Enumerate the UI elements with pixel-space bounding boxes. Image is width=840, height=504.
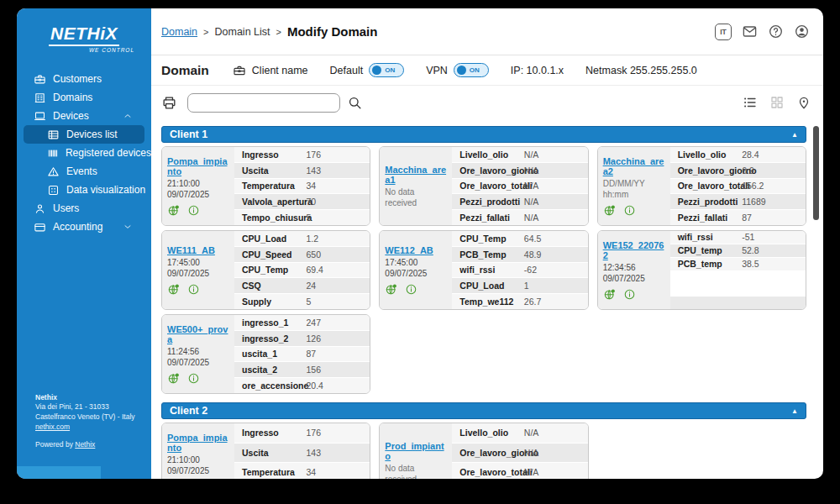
device-name-link[interactable]: WE112_AB <box>385 245 447 255</box>
globe-icon[interactable] <box>167 372 180 385</box>
variable-value: N/A <box>524 428 539 438</box>
building-icon <box>34 92 46 104</box>
footer-powered: Powered by Nethix <box>35 440 135 450</box>
device-name-link[interactable]: WE111_AB <box>167 245 229 255</box>
wallet-icon <box>34 221 46 234</box>
collapse-arrow-icon[interactable]: ▲ <box>791 407 798 415</box>
device-name-link[interactable]: Pompa_impianto <box>167 433 229 453</box>
sidebar-item-devices[interactable]: Devices <box>17 107 151 125</box>
info-icon[interactable] <box>187 204 200 217</box>
logo-brand: NETHiX <box>49 24 119 46</box>
variable-label: Valvola_apertura <box>242 197 312 207</box>
variable-value: 52.8 <box>742 245 759 255</box>
device-card: Prod_impiantoNo data receivedLivello_oli… <box>379 423 588 479</box>
list-view-icon[interactable] <box>743 95 758 110</box>
collapse-arrow-icon[interactable]: ▲ <box>791 131 798 139</box>
section-header-client-2[interactable]: Client 2▲ <box>161 402 806 419</box>
breadcrumb-domain-link[interactable]: Domain <box>161 26 197 38</box>
language-button[interactable]: IT <box>715 24 732 40</box>
variable-label: wifi_rssi <box>678 232 713 242</box>
device-name-link[interactable]: WE500+_prova <box>167 324 229 344</box>
toggle-knob <box>457 66 466 75</box>
globe-icon[interactable] <box>603 288 616 301</box>
sidebar-item-accounting[interactable]: Accounting <box>17 218 151 236</box>
info-icon[interactable] <box>187 283 200 296</box>
table-row: wifi_rssi-51 <box>670 231 806 244</box>
info-icon[interactable] <box>187 372 200 385</box>
breadcrumb-separator: > <box>203 27 208 37</box>
sidebar-item-label: Devices <box>53 110 89 122</box>
default-toggle[interactable]: ON <box>369 63 404 77</box>
variable-value: 5 <box>307 297 312 307</box>
table-row: uscita_2156 <box>234 362 370 378</box>
table-row: CPU_Temp64.5 <box>452 231 587 247</box>
device-name-link[interactable]: Prod_impianto <box>385 441 447 461</box>
variable-label: Supply <box>242 297 271 307</box>
mail-icon[interactable] <box>742 24 758 39</box>
sidebar-item-users[interactable]: Users <box>17 199 151 218</box>
sidebar-bottom-accent <box>17 466 101 479</box>
info-icon[interactable] <box>405 283 417 296</box>
globe-icon[interactable] <box>167 283 180 296</box>
table-row: Ore_lavoro_giorno6.9 <box>670 163 806 179</box>
variable-value: 1 <box>524 281 529 291</box>
sidebar-item-data-visualization[interactable]: Data visualization <box>17 181 151 199</box>
device-card: WE152_22076212:34:5609/07/2025wifi_rssi-… <box>597 230 806 310</box>
powered-nethix-link[interactable]: Nethix <box>75 440 95 449</box>
variable-label: wifi_rssi <box>459 265 495 275</box>
breadcrumb: Domain > Domain List > Modify Domain <box>161 24 377 39</box>
variable-label: ore_accensione <box>242 381 308 391</box>
variable-label: Livello_olio <box>678 150 727 160</box>
briefcase-icon <box>34 73 46 86</box>
table-row: Ore_lavoro_totaliN/A <box>452 179 587 195</box>
table-row: Ingresso176 <box>234 147 370 163</box>
variable-value: N/A <box>524 165 539 176</box>
section-header-client-1[interactable]: Client 1▲ <box>161 126 806 143</box>
sidebar-item-registered-devices[interactable]: Registered devices <box>17 144 151 162</box>
client-name-group[interactable]: Client name <box>233 64 308 77</box>
footer-website-link[interactable]: nethix.com <box>35 423 70 431</box>
chevron-down-icon <box>123 222 133 232</box>
globe-icon[interactable] <box>167 204 180 217</box>
sidebar-item-customers[interactable]: Customers <box>17 70 151 88</box>
device-values-table: Livello_olioN/AOre_lavoro_giornoN/AOre_l… <box>452 423 587 479</box>
variable-label: CPU_Speed <box>242 249 292 260</box>
scrollbar-thumb[interactable] <box>813 126 819 220</box>
ip-value: IP: 10.0.1.x <box>511 65 564 76</box>
variable-label: Pezzi_fallati <box>678 213 728 223</box>
info-icon[interactable] <box>623 204 636 217</box>
table-row: wifi_rssi-62 <box>452 263 587 279</box>
device-name-link[interactable]: Macchina_area2 <box>603 156 665 176</box>
sidebar-item-domains[interactable]: Domains <box>17 88 151 107</box>
domain-bar: Domain Client name Default ON VPN ON IP:… <box>151 55 823 86</box>
variable-label: Livello_olio <box>459 150 508 160</box>
sidebar-item-devices-list[interactable]: Devices list <box>24 125 144 144</box>
variable-label: Temperatura <box>242 181 295 191</box>
variable-label: Ore_lavoro_totali <box>459 467 532 477</box>
sidebar-item-events[interactable]: Events <box>17 162 151 181</box>
vpn-toggle[interactable]: ON <box>454 63 489 77</box>
info-icon[interactable] <box>623 288 636 301</box>
device-name-link[interactable]: Macchina_area1 <box>385 165 447 185</box>
globe-icon[interactable] <box>603 204 616 217</box>
variable-value: 69.4 <box>307 265 323 275</box>
monitor-icon <box>34 110 46 123</box>
device-status: DD/MM/YY hh:mm <box>603 178 665 200</box>
printer-icon[interactable] <box>161 95 177 111</box>
globe-icon[interactable] <box>385 283 397 296</box>
device-name-link[interactable]: Pompa_impianto <box>167 156 229 176</box>
map-view-icon[interactable] <box>796 95 811 110</box>
netmask-value: Netmask 255.255.255.0 <box>585 65 697 76</box>
device-card: Macchina_area1No data receivedLivello_ol… <box>379 146 588 226</box>
account-icon[interactable] <box>794 24 810 39</box>
search-icon[interactable] <box>347 95 363 111</box>
search-input[interactable] <box>187 93 340 113</box>
grid-view-icon[interactable] <box>769 95 785 110</box>
device-name-link[interactable]: WE152_220762 <box>603 240 665 260</box>
help-icon[interactable] <box>768 24 784 39</box>
variable-label: Pezzi_prodotti <box>678 197 738 207</box>
sidebar-item-label: Data visualization <box>66 184 145 196</box>
variable-value: 87 <box>742 213 752 223</box>
view-switcher <box>743 95 811 110</box>
device-status: No data received <box>385 463 447 480</box>
